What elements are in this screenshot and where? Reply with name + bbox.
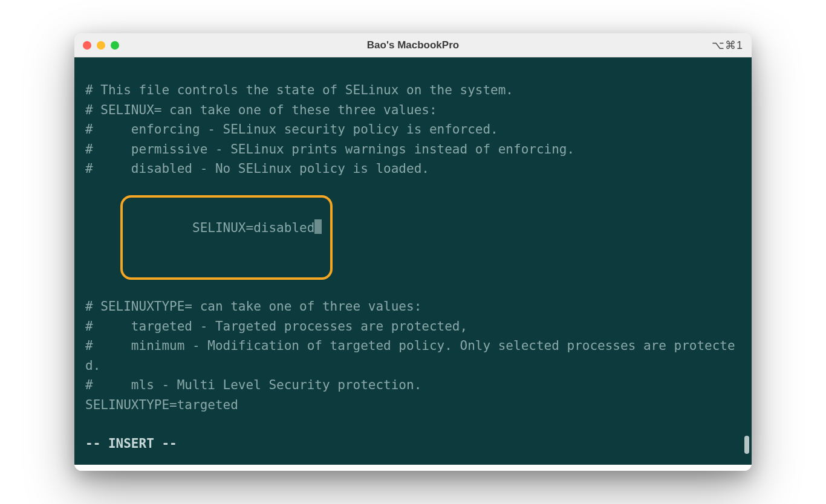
terminal-body[interactable]: # This file controls the state of SELinu… xyxy=(74,57,752,465)
minimize-button[interactable] xyxy=(97,41,105,50)
terminal-window: Bao's MacbookPro ⌥⌘1 # This file control… xyxy=(74,33,752,471)
file-line: SELINUXTYPE=targeted xyxy=(85,395,741,415)
file-line: # SELINUXTYPE= can take one of three val… xyxy=(85,297,741,317)
titlebar: Bao's MacbookPro ⌥⌘1 xyxy=(74,33,752,57)
file-line: # SELINUX= can take one of these three v… xyxy=(85,100,741,120)
file-line: # targeted - Targeted processes are prot… xyxy=(85,317,741,337)
window-shortcut: ⌥⌘1 xyxy=(712,39,743,52)
highlighted-config-line: SELINUX=disabled xyxy=(85,179,741,297)
scrollbar-thumb[interactable] xyxy=(744,436,749,454)
selinux-setting: SELINUX=disabled xyxy=(192,221,314,235)
file-line: # permissive - SELinux prints warnings i… xyxy=(85,140,741,160)
file-line: # minimum - Modification of targeted pol… xyxy=(85,336,741,375)
close-button[interactable] xyxy=(83,41,91,50)
window-title: Bao's MacbookPro xyxy=(74,39,752,51)
cursor-icon xyxy=(314,219,322,234)
traffic-lights xyxy=(83,41,119,50)
highlight-annotation xyxy=(120,195,333,279)
file-line: # enforcing - SELinux security policy is… xyxy=(85,120,741,140)
vim-mode-indicator: -- INSERT -- xyxy=(85,434,741,454)
file-line: # mls - Multi Level Security protection. xyxy=(85,375,741,395)
window-bottom-edge xyxy=(74,465,752,471)
fullscreen-button[interactable] xyxy=(111,41,119,50)
file-line: # This file controls the state of SELinu… xyxy=(85,80,741,100)
file-line: # disabled - No SELinux policy is loaded… xyxy=(85,159,741,179)
